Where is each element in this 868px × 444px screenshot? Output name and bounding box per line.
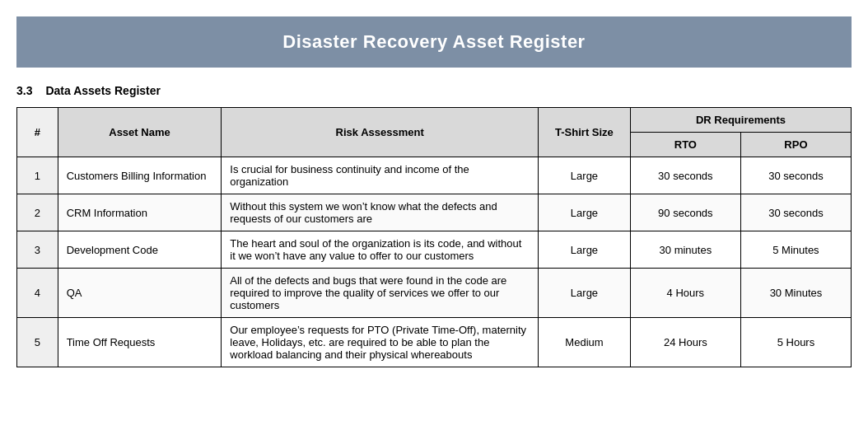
cell-rpo: 30 seconds (740, 194, 851, 231)
cell-asset: Development Code (58, 231, 222, 269)
table-row: 2CRM InformationWithout this system we w… (17, 194, 852, 231)
cell-tshirt: Medium (539, 318, 631, 367)
col-header-rto: RTO (630, 133, 740, 157)
cell-rpo: 30 seconds (740, 157, 851, 194)
cell-num: 2 (17, 194, 58, 231)
cell-num: 5 (17, 318, 58, 367)
page-title: Disaster Recovery Asset Register (25, 31, 843, 53)
cell-rto: 30 seconds (630, 157, 740, 194)
cell-risk: Without this system we won’t know what t… (222, 194, 539, 231)
cell-tshirt: Large (539, 157, 631, 194)
cell-tshirt: Large (539, 231, 631, 269)
cell-rpo: 5 Hours (740, 318, 851, 367)
table-row: 5Time Off RequestsOur employee’s request… (17, 318, 852, 367)
cell-num: 3 (17, 231, 58, 269)
cell-asset: QA (58, 269, 222, 318)
col-header-asset: Asset Name (58, 108, 222, 157)
col-header-risk: Risk Assessment (222, 108, 539, 157)
cell-risk: The heart and soul of the organization i… (222, 231, 539, 269)
col-header-rpo: RPO (740, 133, 851, 157)
cell-rto: 24 Hours (630, 318, 740, 367)
cell-rto: 4 Hours (630, 269, 740, 318)
data-assets-table: # Asset Name Risk Assessment T-Shirt Siz… (16, 107, 852, 367)
cell-tshirt: Large (539, 194, 631, 231)
cell-asset: Time Off Requests (58, 318, 222, 367)
cell-risk: All of the defects and bugs that were fo… (222, 269, 539, 318)
col-header-tshirt: T-Shirt Size (539, 108, 631, 157)
cell-risk: Is crucial for business continuity and i… (222, 157, 539, 194)
table-row: 1Customers Billing InformationIs crucial… (17, 157, 852, 194)
table-row: 3Development CodeThe heart and soul of t… (17, 231, 852, 269)
cell-risk: Our employee’s requests for PTO (Private… (222, 318, 539, 367)
cell-rpo: 30 Minutes (740, 269, 851, 318)
header-banner: Disaster Recovery Asset Register (16, 16, 852, 68)
cell-rto: 90 seconds (630, 194, 740, 231)
col-header-dr-group: DR Requirements (630, 108, 851, 133)
cell-num: 1 (17, 157, 58, 194)
section-number: 3.3 (16, 84, 32, 97)
section-label: Data Assets Register (45, 84, 161, 97)
cell-rpo: 5 Minutes (740, 231, 851, 269)
table-row: 4QAAll of the defects and bugs that were… (17, 269, 852, 318)
section-title: 3.3 Data Assets Register (16, 84, 852, 97)
cell-asset: CRM Information (58, 194, 222, 231)
cell-num: 4 (17, 269, 58, 318)
cell-rto: 30 minutes (630, 231, 740, 269)
col-header-num: # (17, 108, 58, 157)
cell-tshirt: Large (539, 269, 631, 318)
cell-asset: Customers Billing Information (58, 157, 222, 194)
